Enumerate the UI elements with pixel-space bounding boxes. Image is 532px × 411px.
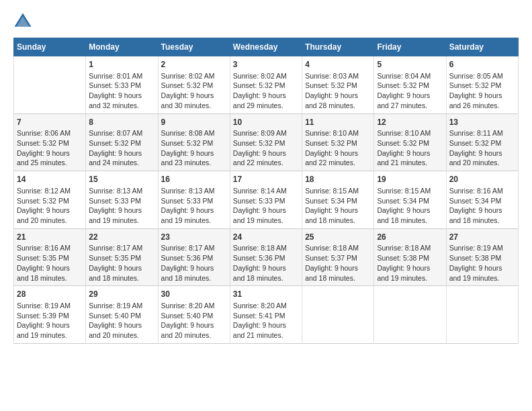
day-cell: 30Sunrise: 8:20 AMSunset: 5:40 PMDayligh…	[158, 286, 230, 344]
cell-content: Sunrise: 8:19 AMSunset: 5:40 PMDaylight:…	[89, 301, 154, 340]
header-cell-thursday: Thursday	[302, 38, 374, 56]
day-cell: 28Sunrise: 8:19 AMSunset: 5:39 PMDayligh…	[14, 286, 86, 344]
day-number: 19	[377, 174, 443, 185]
cell-content: Sunrise: 8:16 AMSunset: 5:34 PMDaylight:…	[449, 186, 515, 226]
cell-content: Sunrise: 8:19 AMSunset: 5:38 PMDaylight:…	[449, 243, 515, 283]
cell-content: Sunrise: 8:07 AMSunset: 5:32 PMDaylight:…	[89, 128, 154, 168]
week-row-4: 21Sunrise: 8:16 AMSunset: 5:35 PMDayligh…	[14, 228, 519, 286]
day-number: 2	[161, 59, 227, 71]
day-number: 13	[449, 117, 515, 128]
cell-content: Sunrise: 8:19 AMSunset: 5:39 PMDaylight:…	[17, 301, 83, 340]
logo	[13, 12, 35, 31]
header-cell-friday: Friday	[374, 38, 446, 56]
day-number: 9	[161, 117, 227, 128]
day-number: 30	[161, 289, 227, 300]
day-number: 4	[305, 59, 371, 71]
day-cell: 4Sunrise: 8:03 AMSunset: 5:32 PMDaylight…	[302, 56, 374, 114]
day-cell: 27Sunrise: 8:19 AMSunset: 5:38 PMDayligh…	[446, 228, 518, 286]
cell-content: Sunrise: 8:16 AMSunset: 5:35 PMDaylight:…	[17, 243, 83, 283]
day-number: 8	[89, 117, 154, 128]
cell-content: Sunrise: 8:01 AMSunset: 5:33 PMDaylight:…	[89, 71, 154, 111]
day-cell: 16Sunrise: 8:13 AMSunset: 5:33 PMDayligh…	[158, 171, 230, 229]
day-cell: 19Sunrise: 8:15 AMSunset: 5:34 PMDayligh…	[374, 171, 446, 229]
day-cell: 8Sunrise: 8:07 AMSunset: 5:32 PMDaylight…	[86, 113, 158, 171]
day-cell: 2Sunrise: 8:02 AMSunset: 5:32 PMDaylight…	[158, 56, 230, 114]
week-row-2: 7Sunrise: 8:06 AMSunset: 5:32 PMDaylight…	[14, 113, 519, 171]
cell-content: Sunrise: 8:02 AMSunset: 5:32 PMDaylight:…	[233, 71, 299, 111]
day-number: 28	[17, 289, 83, 300]
day-cell: 23Sunrise: 8:17 AMSunset: 5:36 PMDayligh…	[158, 228, 230, 286]
day-cell: 5Sunrise: 8:04 AMSunset: 5:32 PMDaylight…	[374, 56, 446, 114]
header-row: SundayMondayTuesdayWednesdayThursdayFrid…	[14, 38, 519, 56]
week-row-1: 1Sunrise: 8:01 AMSunset: 5:33 PMDaylight…	[14, 56, 519, 114]
cell-content: Sunrise: 8:14 AMSunset: 5:33 PMDaylight:…	[233, 186, 299, 226]
cell-content: Sunrise: 8:17 AMSunset: 5:36 PMDaylight:…	[161, 243, 227, 283]
cell-content: Sunrise: 8:18 AMSunset: 5:38 PMDaylight:…	[377, 243, 443, 283]
cell-content: Sunrise: 8:06 AMSunset: 5:32 PMDaylight:…	[17, 128, 83, 168]
day-cell	[374, 286, 446, 344]
cell-content: Sunrise: 8:20 AMSunset: 5:40 PMDaylight:…	[161, 301, 227, 340]
day-cell: 29Sunrise: 8:19 AMSunset: 5:40 PMDayligh…	[86, 286, 158, 344]
cell-content: Sunrise: 8:05 AMSunset: 5:32 PMDaylight:…	[449, 71, 515, 111]
cell-content: Sunrise: 8:03 AMSunset: 5:32 PMDaylight:…	[305, 71, 371, 111]
cell-content: Sunrise: 8:08 AMSunset: 5:32 PMDaylight:…	[161, 128, 227, 168]
day-number: 1	[89, 59, 154, 71]
header-cell-monday: Monday	[86, 38, 158, 56]
day-number: 12	[377, 117, 443, 128]
day-number: 25	[305, 232, 371, 243]
cell-content: Sunrise: 8:13 AMSunset: 5:33 PMDaylight:…	[89, 186, 154, 226]
cell-content: Sunrise: 8:15 AMSunset: 5:34 PMDaylight:…	[377, 186, 443, 226]
day-cell	[14, 56, 86, 114]
day-number: 10	[233, 117, 299, 128]
header-cell-saturday: Saturday	[446, 38, 518, 56]
day-cell	[446, 286, 518, 344]
day-cell: 24Sunrise: 8:18 AMSunset: 5:36 PMDayligh…	[230, 228, 302, 286]
day-cell: 26Sunrise: 8:18 AMSunset: 5:38 PMDayligh…	[374, 228, 446, 286]
day-cell: 6Sunrise: 8:05 AMSunset: 5:32 PMDaylight…	[446, 56, 518, 114]
day-cell: 1Sunrise: 8:01 AMSunset: 5:33 PMDaylight…	[86, 56, 158, 114]
day-cell	[302, 286, 374, 344]
day-number: 5	[377, 59, 443, 71]
day-cell: 22Sunrise: 8:17 AMSunset: 5:35 PMDayligh…	[86, 228, 158, 286]
calendar-table: SundayMondayTuesdayWednesdayThursdayFrid…	[13, 38, 519, 344]
day-number: 31	[233, 289, 299, 300]
day-cell: 25Sunrise: 8:18 AMSunset: 5:37 PMDayligh…	[302, 228, 374, 286]
day-cell: 12Sunrise: 8:10 AMSunset: 5:32 PMDayligh…	[374, 113, 446, 171]
day-cell: 20Sunrise: 8:16 AMSunset: 5:34 PMDayligh…	[446, 171, 518, 229]
cell-content: Sunrise: 8:10 AMSunset: 5:32 PMDaylight:…	[305, 128, 371, 168]
cell-content: Sunrise: 8:12 AMSunset: 5:32 PMDaylight:…	[17, 186, 83, 226]
day-cell: 3Sunrise: 8:02 AMSunset: 5:32 PMDaylight…	[230, 56, 302, 114]
day-cell: 15Sunrise: 8:13 AMSunset: 5:33 PMDayligh…	[86, 171, 158, 229]
day-cell: 7Sunrise: 8:06 AMSunset: 5:32 PMDaylight…	[14, 113, 86, 171]
cell-content: Sunrise: 8:04 AMSunset: 5:32 PMDaylight:…	[377, 71, 443, 111]
day-number: 29	[89, 289, 154, 300]
cell-content: Sunrise: 8:18 AMSunset: 5:37 PMDaylight:…	[305, 243, 371, 283]
day-number: 15	[89, 174, 154, 185]
day-number: 22	[89, 232, 154, 243]
cell-content: Sunrise: 8:10 AMSunset: 5:32 PMDaylight:…	[377, 128, 443, 168]
header	[13, 12, 519, 31]
header-cell-tuesday: Tuesday	[158, 38, 230, 56]
week-row-5: 28Sunrise: 8:19 AMSunset: 5:39 PMDayligh…	[14, 286, 519, 344]
day-number: 11	[305, 117, 371, 128]
day-number: 21	[17, 232, 83, 243]
cell-content: Sunrise: 8:20 AMSunset: 5:41 PMDaylight:…	[233, 301, 299, 340]
cell-content: Sunrise: 8:18 AMSunset: 5:36 PMDaylight:…	[233, 243, 299, 283]
day-cell: 11Sunrise: 8:10 AMSunset: 5:32 PMDayligh…	[302, 113, 374, 171]
day-number: 20	[449, 174, 515, 185]
day-cell: 13Sunrise: 8:11 AMSunset: 5:32 PMDayligh…	[446, 113, 518, 171]
day-number: 7	[17, 117, 83, 128]
day-number: 17	[233, 174, 299, 185]
logo-icon	[13, 12, 32, 31]
day-number: 18	[305, 174, 371, 185]
cell-content: Sunrise: 8:15 AMSunset: 5:34 PMDaylight:…	[305, 186, 371, 226]
header-cell-sunday: Sunday	[14, 38, 86, 56]
day-number: 14	[17, 174, 83, 185]
day-cell: 17Sunrise: 8:14 AMSunset: 5:33 PMDayligh…	[230, 171, 302, 229]
day-number: 23	[161, 232, 227, 243]
page: SundayMondayTuesdayWednesdayThursdayFrid…	[0, 0, 532, 411]
day-cell: 21Sunrise: 8:16 AMSunset: 5:35 PMDayligh…	[14, 228, 86, 286]
day-number: 27	[449, 232, 515, 243]
day-cell: 9Sunrise: 8:08 AMSunset: 5:32 PMDaylight…	[158, 113, 230, 171]
day-number: 24	[233, 232, 299, 243]
